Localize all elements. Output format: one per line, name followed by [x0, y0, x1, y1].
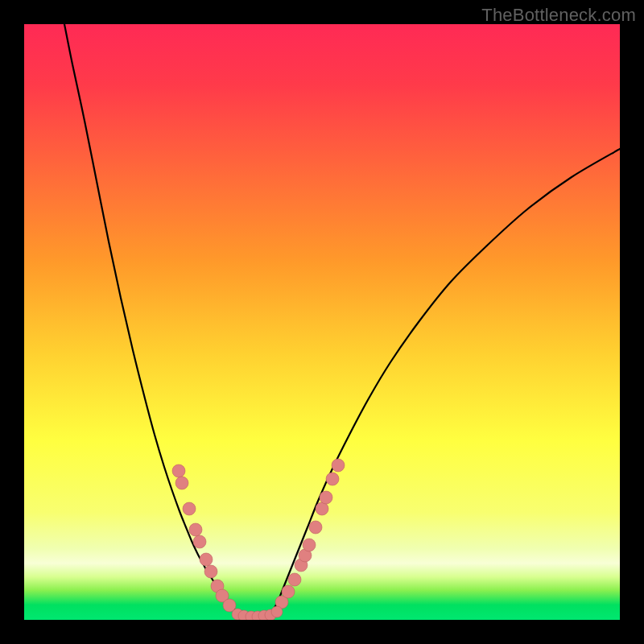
- data-dot: [316, 502, 328, 515]
- data-dot: [282, 585, 295, 598]
- curve-layer: [24, 24, 620, 620]
- data-dot: [332, 459, 345, 472]
- outer-frame: TheBottleneck.com: [0, 0, 644, 644]
- data-dot: [172, 464, 185, 477]
- data-dot: [189, 523, 202, 536]
- data-dot: [303, 539, 316, 551]
- watermark-text: TheBottleneck.com: [481, 5, 636, 26]
- data-dot: [320, 491, 332, 504]
- data-dot: [204, 565, 217, 578]
- data-dot: [200, 553, 213, 566]
- data-dot: [288, 573, 301, 586]
- bottleneck-curve: [64, 24, 620, 617]
- data-dot: [175, 477, 188, 489]
- data-dots: [172, 459, 345, 620]
- data-dot: [183, 502, 196, 515]
- data-dot: [326, 473, 339, 485]
- data-dot: [309, 521, 322, 534]
- data-dot: [193, 535, 206, 548]
- data-dot: [271, 606, 283, 617]
- plot-area: [24, 24, 620, 620]
